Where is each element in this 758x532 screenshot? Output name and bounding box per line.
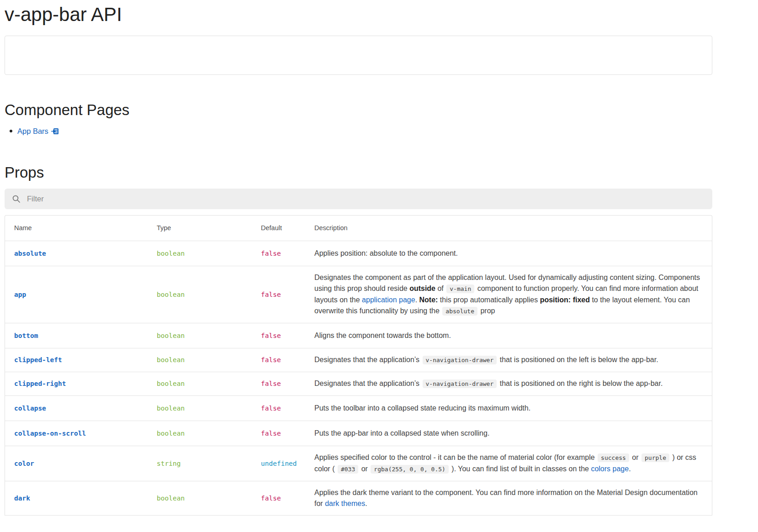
list-item: App Bars [17, 125, 712, 137]
filter-input[interactable] [27, 195, 705, 203]
app-bars-link-label: App Bars [17, 125, 48, 137]
prop-default: false [252, 266, 305, 323]
code-chip: v-main [446, 284, 474, 293]
props-table-container: NameTypeDefaultDescription absolute bool… [5, 215, 712, 516]
prop-type: boolean [148, 481, 252, 515]
table-row: clipped-left boolean false Designates th… [5, 348, 712, 372]
props-table: NameTypeDefaultDescription absolute bool… [5, 216, 712, 516]
prop-name-link[interactable]: collapse [5, 395, 148, 421]
page-title: v-app-bar API [5, 4, 712, 26]
prop-default: false [252, 481, 305, 515]
prop-default: false [252, 348, 305, 372]
code-chip: v-navigation-drawer [423, 356, 497, 364]
code-chip: rgba(255, 0, 0, 0.5) [371, 465, 449, 474]
code-chip: absolute [442, 307, 477, 316]
prop-default: false [252, 372, 305, 395]
filter-bar [5, 189, 712, 209]
prop-name-link[interactable]: clipped-right [5, 372, 148, 395]
prop-default: false [252, 323, 305, 348]
table-row: bottom boolean false Aligns the componen… [5, 323, 712, 348]
component-links-list: App Bars [17, 125, 712, 137]
table-header-row: NameTypeDefaultDescription [5, 216, 712, 241]
app-bars-link[interactable]: App Bars [17, 125, 59, 137]
bold-text: position: fixed [540, 296, 590, 304]
prop-default: false [252, 421, 305, 446]
prop-default: false [252, 395, 305, 421]
bold-text: Note: [419, 296, 438, 304]
ad-placeholder [5, 36, 712, 75]
prop-name-link[interactable]: bottom [5, 323, 148, 348]
code-chip: purple [641, 453, 669, 462]
prop-name-link[interactable]: clipped-left [5, 348, 148, 372]
code-chip: v-navigation-drawer [423, 379, 497, 388]
prop-type: string [148, 446, 252, 481]
prop-description: Puts the toolbar into a collapsed state … [305, 395, 712, 421]
prop-name-link[interactable]: color [5, 446, 148, 481]
prop-type: boolean [148, 372, 252, 395]
table-row: collapse boolean false Puts the toolbar … [5, 395, 712, 421]
prop-type: boolean [148, 241, 252, 266]
prop-default: false [252, 241, 305, 266]
prop-description: Applies position: absolute to the compon… [305, 241, 712, 266]
prop-name-link[interactable]: collapse-on-scroll [5, 421, 148, 446]
table-row: color string undefined Applies specified… [5, 446, 712, 481]
prop-description: Designates that the application’s v-navi… [305, 372, 712, 395]
page-next-icon [51, 128, 59, 135]
prop-type: boolean [148, 348, 252, 372]
component-pages-heading: Component Pages [5, 101, 712, 119]
column-header-description: Description [305, 216, 712, 241]
prop-description: Puts the app-bar into a collapsed state … [305, 421, 712, 446]
search-icon [12, 195, 21, 203]
prop-type: boolean [148, 395, 252, 421]
prop-name-link[interactable]: dark [5, 481, 148, 515]
description-link[interactable]: colors page [591, 465, 629, 473]
description-link[interactable]: application page [362, 296, 415, 304]
table-row: dark boolean false Applies the dark them… [5, 481, 712, 515]
props-heading: Props [5, 164, 712, 181]
prop-description: Designates that the application’s v-navi… [305, 348, 712, 372]
table-row: absolute boolean false Applies position:… [5, 241, 712, 266]
prop-description: Applies the dark theme variant to the co… [305, 481, 712, 515]
prop-description: Applies specified color to the control -… [305, 446, 712, 481]
table-row: app boolean false Designates the compone… [5, 266, 712, 323]
column-header-name: Name [5, 216, 148, 241]
prop-type: boolean [148, 421, 252, 446]
prop-type: boolean [148, 323, 252, 348]
prop-default: undefined [252, 446, 305, 481]
table-row: clipped-right boolean false Designates t… [5, 372, 712, 395]
page-content: v-app-bar API Component Pages App Bars P… [0, 0, 758, 516]
description-link[interactable]: dark themes [325, 500, 365, 507]
column-header-type: Type [148, 216, 252, 241]
prop-type: boolean [148, 266, 252, 323]
bold-text: outside [409, 284, 435, 292]
column-header-default: Default [252, 216, 305, 241]
code-chip: #033 [338, 465, 358, 474]
code-chip: success [598, 453, 629, 462]
table-row: collapse-on-scroll boolean false Puts th… [5, 421, 712, 446]
prop-name-link[interactable]: absolute [5, 241, 148, 266]
prop-description: Aligns the component towards the bottom. [305, 323, 712, 348]
prop-description: Designates the component as part of the … [305, 266, 712, 323]
prop-name-link[interactable]: app [5, 266, 148, 323]
